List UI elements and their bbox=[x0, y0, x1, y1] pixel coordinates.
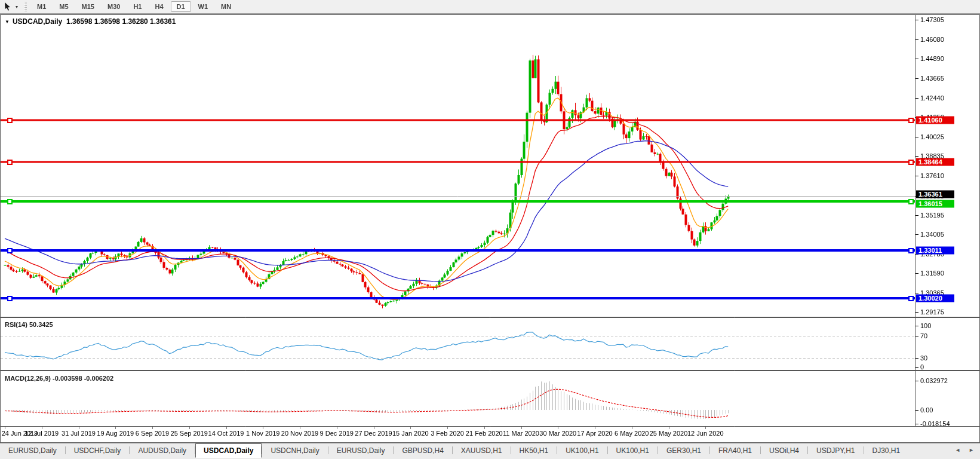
price-tick-1.40025: 1.40025 bbox=[920, 133, 944, 140]
current-price-badge: 1.36361 bbox=[916, 191, 954, 198]
date-label-17-Apr-2020: 17 Apr 2020 bbox=[577, 430, 612, 437]
date-label-1-Nov-2019: 1 Nov 2019 bbox=[246, 430, 279, 437]
rsi-indicator-label: RSI(14) 50.3425 bbox=[5, 321, 53, 328]
timeframe-button-M15[interactable]: M15 bbox=[76, 1, 100, 12]
rsi-tick-70: 70 bbox=[920, 332, 927, 339]
chart-title: ▼USDCAD,Daily 1.36598 1.36598 1.36280 1.… bbox=[5, 17, 176, 26]
price-tick-1.37610: 1.37610 bbox=[920, 172, 944, 179]
date-label-31-Jul-2019: 31 Jul 2019 bbox=[62, 430, 96, 437]
support-badge-1.36015: 1.36015 bbox=[916, 200, 954, 208]
tab-USDCHF-Daily[interactable]: USDCHF,Daily bbox=[66, 444, 130, 458]
tab-EURUSD-Daily[interactable]: EURUSD,Daily bbox=[0, 444, 65, 458]
macd-tick--0.018154: -0.018154 bbox=[920, 420, 950, 427]
macd-tick-0.00: 0.00 bbox=[920, 406, 933, 414]
tab-HK50-H1[interactable]: HK50,H1 bbox=[511, 444, 557, 458]
chart-symbol-period: USDCAD,Daily bbox=[13, 17, 62, 26]
tab-USDCNH-Daily[interactable]: USDCNH,Daily bbox=[262, 444, 327, 458]
tab-FRA40-H1[interactable]: FRA40,H1 bbox=[710, 444, 760, 458]
date-label-6-May-2020: 6 May 2020 bbox=[615, 430, 649, 437]
chevron-down-icon[interactable]: ▾ bbox=[16, 4, 18, 10]
date-label-19-Aug-2019: 19 Aug 2019 bbox=[97, 430, 134, 437]
support-badge-1.33011: 1.33011 bbox=[916, 246, 954, 254]
date-label-12-Jul-2019: 12 Jul 2019 bbox=[24, 430, 59, 437]
date-label-6-Sep-2019: 6 Sep 2019 bbox=[136, 430, 169, 437]
rsi-tick-0: 0 bbox=[920, 363, 924, 371]
timeframe-button-MN[interactable]: MN bbox=[215, 1, 237, 12]
price-tick-1.43665: 1.43665 bbox=[920, 75, 944, 82]
price-tick-1.31590: 1.31590 bbox=[920, 270, 944, 277]
title-collapse-icon[interactable]: ▼ bbox=[5, 19, 10, 25]
tabs-scroll-right-icon[interactable]: ► bbox=[969, 447, 974, 453]
tab-XAUUSD-H1[interactable]: XAUUSD,H1 bbox=[453, 444, 511, 458]
timeframe-button-M5[interactable]: M5 bbox=[53, 1, 74, 12]
date-label-3-Feb-2020: 3 Feb 2020 bbox=[431, 430, 464, 437]
date-label-21-Feb-2020: 21 Feb 2020 bbox=[466, 430, 503, 437]
date-label-14-Oct-2019: 14 Oct 2019 bbox=[208, 430, 244, 437]
timeframe-buttons: M1M5M15M30H1H4D1W1MN bbox=[30, 1, 238, 12]
tab-EURUSD-Daily[interactable]: EURUSD,Daily bbox=[328, 444, 394, 458]
timeframe-button-M1[interactable]: M1 bbox=[31, 1, 52, 12]
tab-GER30-H1[interactable]: GER30,H1 bbox=[658, 444, 709, 458]
macd-tick-0.032972: 0.032972 bbox=[920, 377, 948, 384]
macd-indicator-label: MACD(12,26,9) -0.003598 -0.006202 bbox=[5, 375, 113, 382]
resistance-badge-1.41060: 1.41060 bbox=[916, 117, 954, 124]
date-label-27-Dec-2019: 27 Dec 2019 bbox=[355, 430, 392, 437]
price-tick-1.44890: 1.44890 bbox=[920, 55, 944, 62]
rsi-tick-100: 100 bbox=[920, 322, 931, 329]
date-label-9-Dec-2019: 9 Dec 2019 bbox=[320, 430, 354, 437]
tab-USDCAD-Daily[interactable]: USDCAD,Daily bbox=[195, 443, 262, 458]
chart-tab-bar: EURUSD,DailyUSDCHF,DailyAUDUSD,DailyUSDC… bbox=[0, 443, 980, 459]
tab-AUDUSD-Daily[interactable]: AUDUSD,Daily bbox=[130, 444, 195, 458]
tab-UK100-H1[interactable]: UK100,H1 bbox=[557, 444, 607, 458]
date-label-25-May-2020: 25 May 2020 bbox=[650, 430, 688, 437]
cursor-tool-icon[interactable] bbox=[2, 1, 15, 12]
tab-GBPUSD-H4[interactable]: GBPUSD,H4 bbox=[394, 444, 451, 458]
price-tick-1.35195: 1.35195 bbox=[920, 212, 944, 219]
tab-DJ30-H1[interactable]: DJ30,H1 bbox=[864, 444, 909, 458]
support-badge-1.30020: 1.30020 bbox=[916, 295, 954, 302]
tabs-scroll-left-icon[interactable]: ◄ bbox=[955, 447, 960, 453]
price-tick-1.29175: 1.29175 bbox=[920, 308, 944, 316]
mt4-window: ▾ M1M5M15M30H1H4D1W1MN ▼USDCAD,Daily 1.3… bbox=[0, 0, 980, 459]
price-chart-canvas[interactable] bbox=[0, 0, 980, 459]
date-label-20-Nov-2019: 20 Nov 2019 bbox=[281, 430, 318, 437]
timeframe-button-W1[interactable]: W1 bbox=[192, 1, 214, 12]
price-tick-1.46080: 1.46080 bbox=[920, 36, 944, 43]
price-tick-1.47305: 1.47305 bbox=[920, 16, 944, 23]
timeframe-toolbar: ▾ M1M5M15M30H1H4D1W1MN bbox=[0, 0, 980, 14]
date-label-12-Jun-2020: 12 Jun 2020 bbox=[687, 430, 724, 437]
price-tick-1.34005: 1.34005 bbox=[920, 231, 944, 238]
timeframe-button-H4[interactable]: H4 bbox=[149, 1, 169, 12]
date-label-25-Sep-2019: 25 Sep 2019 bbox=[171, 430, 208, 437]
tab-scroll-controls: ◄ ► bbox=[955, 447, 974, 453]
date-label-30-Mar-2020: 30 Mar 2020 bbox=[539, 430, 576, 437]
chart-ohlc-values: 1.36598 1.36598 1.36280 1.36361 bbox=[66, 17, 176, 26]
timeframe-button-H1[interactable]: H1 bbox=[127, 1, 148, 12]
chart-tabs: EURUSD,DailyUSDCHF,DailyAUDUSD,DailyUSDC… bbox=[0, 443, 908, 458]
timeframe-button-D1[interactable]: D1 bbox=[171, 1, 191, 12]
tab-USDJPY-H1[interactable]: USDJPY,H1 bbox=[808, 444, 863, 458]
date-label-15-Jan-2020: 15 Jan 2020 bbox=[392, 430, 429, 437]
toolbar-grip bbox=[24, 2, 27, 11]
price-tick-1.42440: 1.42440 bbox=[920, 94, 944, 102]
date-label-11-Mar-2020: 11 Mar 2020 bbox=[503, 430, 539, 437]
tab-USOil-H4[interactable]: USOil,H4 bbox=[761, 444, 807, 458]
rsi-tick-30: 30 bbox=[920, 354, 927, 362]
resistance-badge-1.38464: 1.38464 bbox=[916, 158, 954, 166]
timeframe-button-M30[interactable]: M30 bbox=[102, 1, 126, 12]
tab-UK100-H1[interactable]: UK100,H1 bbox=[608, 444, 658, 458]
